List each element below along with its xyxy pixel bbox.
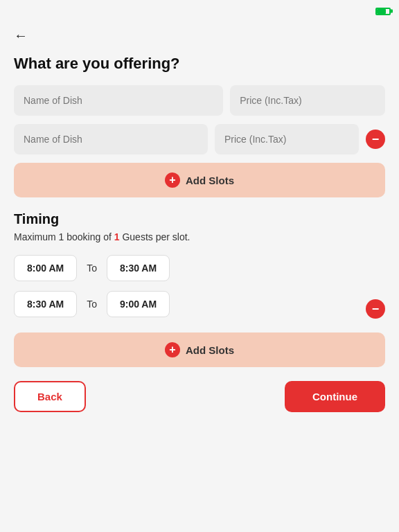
dish-name-input-2[interactable] <box>14 124 208 154</box>
remove-slot-button[interactable]: − <box>366 299 385 319</box>
time-slot-row-1: 8:00 AM To 8:30 AM <box>14 255 385 291</box>
plus-circle-timing-icon: + <box>165 342 180 357</box>
footer-buttons: Back Continue <box>14 381 385 412</box>
add-offering-slots-label: Add Slots <box>186 175 234 186</box>
plus-circle-icon: + <box>165 172 180 188</box>
add-timing-slots-button[interactable]: + Add Slots <box>14 332 385 367</box>
dish-row-2: − <box>14 124 385 154</box>
price-input-1[interactable] <box>230 85 385 116</box>
page-title: What are you offering? <box>14 55 385 73</box>
price-input-2[interactable] <box>215 124 359 154</box>
back-arrow-button[interactable]: ← <box>14 25 28 46</box>
time-to-1[interactable]: 8:30 AM <box>107 255 170 281</box>
minus-icon: − <box>372 133 380 145</box>
dish-name-input-1[interactable] <box>14 85 223 116</box>
timing-section-title: Timing <box>14 211 385 227</box>
status-bar <box>0 0 399 19</box>
booking-info-text: Maximum 1 booking of <box>14 231 114 242</box>
back-button[interactable]: Back <box>14 381 86 412</box>
time-slot-row-2: 8:30 AM To 9:00 AM − <box>14 291 385 327</box>
add-offering-slots-button[interactable]: + Add Slots <box>14 163 385 197</box>
page-content: ← What are you offering? − + Add Slots T… <box>0 19 399 426</box>
booking-info: Maximum 1 booking of 1 Guests per slot. <box>14 231 385 242</box>
time-row-2: 8:30 AM To 9:00 AM <box>14 291 170 317</box>
booking-info-suffix: Guests per slot. <box>120 231 190 242</box>
time-to-2[interactable]: 9:00 AM <box>107 291 170 317</box>
add-timing-slots-label: Add Slots <box>186 344 234 356</box>
to-label-1: To <box>87 263 97 274</box>
time-row-1: 8:00 AM To 8:30 AM <box>14 255 170 281</box>
battery-icon <box>375 8 391 15</box>
minus-icon-slot: − <box>372 303 380 315</box>
dish-row-1 <box>14 85 385 116</box>
time-from-1[interactable]: 8:00 AM <box>14 255 77 281</box>
continue-button[interactable]: Continue <box>285 381 385 412</box>
booking-count: 1 <box>114 231 120 242</box>
remove-dish-button[interactable]: − <box>366 130 385 149</box>
to-label-2: To <box>87 299 97 310</box>
back-arrow-icon: ← <box>14 28 28 44</box>
time-from-2[interactable]: 8:30 AM <box>14 291 77 317</box>
